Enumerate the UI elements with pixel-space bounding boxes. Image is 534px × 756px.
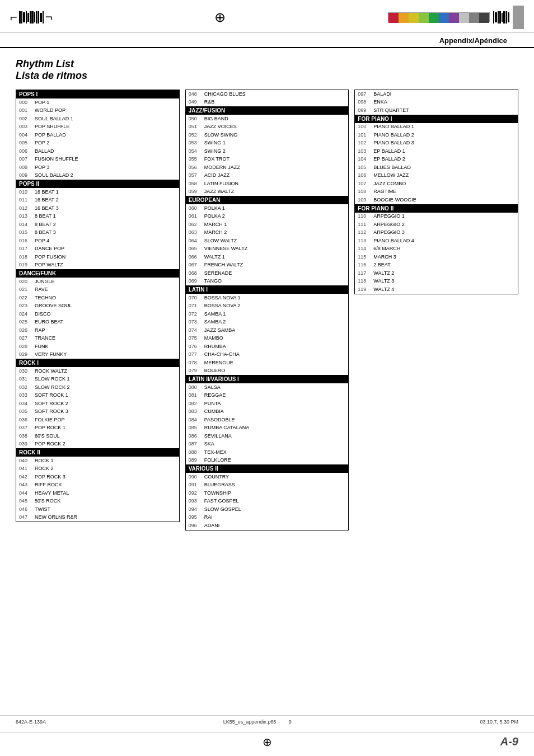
- entry: 087SKA: [186, 440, 349, 449]
- entry: 067FRENCH WALTZ: [186, 261, 349, 270]
- entry: 031SLOW ROCK 1: [16, 375, 179, 384]
- column-2: 048CHICAGO BLUES 049R&B JAZZ/FUSION 050B…: [185, 90, 349, 530]
- entry: 068SERENADE: [186, 269, 349, 278]
- entry: 021RAVE: [16, 286, 179, 294]
- footer: 642A-E-139A LK55_es_appendix.p65 9 03.10…: [0, 715, 534, 728]
- entry: 050BIG BAND: [186, 115, 349, 123]
- entry: 004POP BALLAD: [16, 131, 179, 139]
- entry: 098ENKA: [355, 98, 518, 107]
- entry: 000POP 1: [16, 98, 179, 107]
- entry: 053SWING 1: [186, 139, 349, 148]
- entry: 081REGGAE: [186, 392, 349, 400]
- entry: 095RAI: [186, 514, 349, 522]
- entry: 111ARPEGGIO 2: [355, 220, 518, 229]
- entry: 026RAP: [16, 326, 179, 335]
- entry: 103EP BALLAD 1: [355, 147, 518, 156]
- entry: 01216 BEAT 3: [16, 204, 179, 213]
- entry: 112ARPEGGIO 3: [355, 229, 518, 237]
- entry: 100PIANO BALLAD 1: [355, 123, 518, 132]
- entry: 033SOFT ROCK 1: [16, 392, 179, 400]
- entry: 075MAMBO: [186, 335, 349, 343]
- entry: 082PUNTA: [186, 400, 349, 408]
- entry: 04550'S ROCK: [16, 497, 179, 506]
- entry: 078MERENGUE: [186, 359, 349, 367]
- entry: 040ROCK 1: [16, 457, 179, 465]
- entry: 060POLKA 1: [186, 204, 349, 213]
- entry: 041ROCK 2: [16, 465, 179, 473]
- entry: 092TOWNSHIP: [186, 489, 349, 497]
- entry: 017DANCE POP: [16, 245, 179, 253]
- entry: 019POP WALTZ: [16, 261, 179, 270]
- column-1: POPS I 000POP 1 001WORLD POP 002SOUL BAL…: [16, 90, 180, 522]
- footer-page-num: 9: [289, 719, 292, 725]
- entry: 029VERY FUNKY: [16, 351, 179, 359]
- cat-pops-ii: POPS II: [16, 180, 179, 188]
- entry: 090COUNTRY: [186, 473, 349, 481]
- appendix-label: Appendix/Apéndice: [439, 36, 507, 47]
- cat-dance-funk: DANCE/FUNK: [16, 269, 179, 278]
- entry: 109BOOGIE-WOOGIE: [355, 196, 518, 204]
- entry: 074JAZZ SAMBA: [186, 326, 349, 335]
- cat-various-ii: VARIOUS II: [186, 464, 349, 473]
- footer-filename: LK55_es_appendix.p65: [223, 719, 277, 725]
- entry: 061POLKA 2: [186, 213, 349, 221]
- entry: 052SLOW SWING: [186, 131, 349, 139]
- entry: 066WALTZ 1: [186, 253, 349, 261]
- entry: 105BLUES BALLAD: [355, 163, 518, 172]
- entry: 006BALLAD: [16, 147, 179, 156]
- compass-bottom: ⊕: [263, 735, 272, 749]
- entry: 055FOX TROT: [186, 156, 349, 164]
- bracket-right: ¬: [45, 11, 53, 24]
- entry: 049R&B: [186, 98, 349, 107]
- bracket-left: ⌐: [10, 11, 17, 24]
- entry: 058LATIN FUSION: [186, 180, 349, 188]
- entry: 093FAST GOSPEL: [186, 497, 349, 506]
- entry: 113PIANO BALLAD 4: [355, 237, 518, 245]
- entry: 073SAMBA 2: [186, 318, 349, 327]
- entry: 088TEX-MEX: [186, 448, 349, 457]
- entry: 025EURO BEAT: [16, 318, 179, 327]
- entry: 034SOFT ROCK 2: [16, 400, 179, 408]
- entry: 062MARCH 1: [186, 220, 349, 229]
- entry: 106MELLOW JAZZ: [355, 172, 518, 180]
- barcode-right: [493, 11, 509, 24]
- entry: 036FOLKIE POP: [16, 416, 179, 424]
- entry: 037POP ROCK 1: [16, 424, 179, 433]
- entry: 016POP 4: [16, 237, 179, 245]
- entry: 0148 BEAT 2: [16, 220, 179, 229]
- entry: 1146/8 MARCH: [355, 245, 518, 253]
- entry: 086SEVILLANA: [186, 432, 349, 440]
- entry: 059JAZZ WALTZ: [186, 188, 349, 196]
- entry: 077CHA-CHA-CHA: [186, 351, 349, 359]
- entry: 023GROOVE SOUL: [16, 302, 179, 311]
- entry: 043RIFF ROCK: [16, 481, 179, 490]
- entry: 117WALTZ 2: [355, 269, 518, 278]
- column-3: 097BALADI 098ENKA 099STR QUARTET FOR PIA…: [354, 90, 518, 294]
- entry: 091BLUEGRASS: [186, 481, 349, 490]
- entry: 0138 BEAT 1: [16, 213, 179, 221]
- entry: 008POP 3: [16, 163, 179, 172]
- entry: 032SLOW ROCK 2: [16, 383, 179, 392]
- entry: 118WALTZ 3: [355, 278, 518, 286]
- entry: 107JAZZ COMBO: [355, 180, 518, 188]
- entry: 099STR QUARTET: [355, 106, 518, 115]
- entry: 018POP FUSION: [16, 253, 179, 261]
- footer-right: 03.10.7, 5:30 PM: [480, 719, 518, 725]
- entry: 044HEAVY METAL: [16, 489, 179, 497]
- entry: 079BOLERO: [186, 367, 349, 375]
- entry: 027TRANCE: [16, 335, 179, 343]
- page-label: A-9: [500, 735, 518, 748]
- entry: 002SOUL BALLAD 1: [16, 115, 179, 123]
- cat-latin-i: LATIN I: [186, 285, 349, 294]
- entry: 003POP SHUFFLE: [16, 123, 179, 132]
- barcode-left: ⌐ ¬: [10, 11, 53, 24]
- entry: 119WALTZ 4: [355, 285, 518, 294]
- footer-left: 642A-E-139A: [16, 719, 46, 725]
- cat-for-piano-ii: FOR PIANO II: [355, 204, 518, 213]
- entry: 047NEW ORLNS R&R: [16, 514, 179, 522]
- entry: 083CUMBIA: [186, 408, 349, 416]
- bottom-bar: ⊕ A-9: [0, 732, 534, 750]
- entry: 110ARPEGGIO 1: [355, 213, 518, 221]
- entry: 072SAMBA 1: [186, 310, 349, 318]
- entry: 022TECHNO: [16, 294, 179, 302]
